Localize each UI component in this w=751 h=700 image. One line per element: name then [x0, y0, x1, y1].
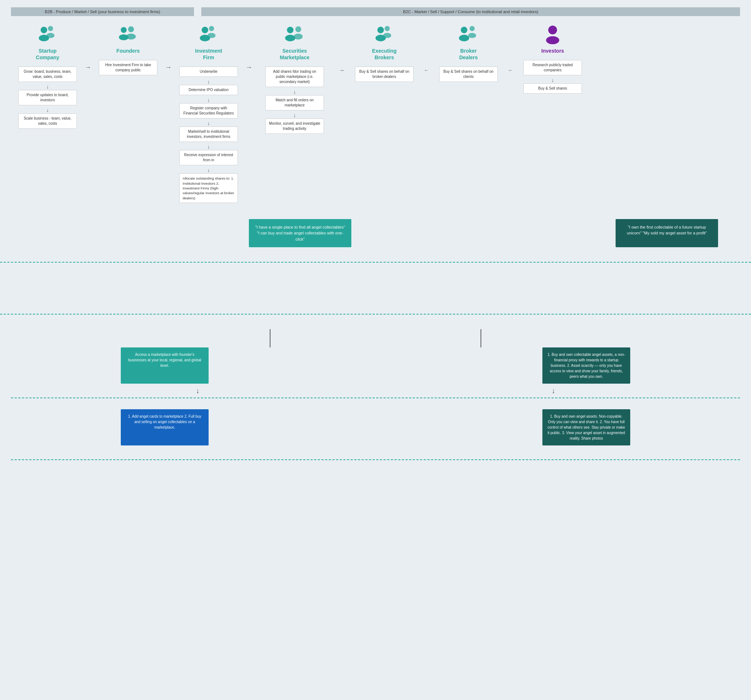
- svg-point-0: [41, 27, 47, 33]
- svg-point-21: [459, 35, 469, 41]
- executing-label: Executing Brokers: [372, 48, 397, 61]
- investors-flow-2: Buy & Sell shares: [523, 83, 582, 94]
- securities-label: Securities Marketplace: [280, 48, 310, 61]
- investors-actor: Investors: [541, 23, 564, 54]
- executing-flow-1: Buy & Sell shares on behalf on broker-de…: [355, 66, 414, 82]
- startup-icon: [37, 23, 59, 45]
- svg-point-11: [207, 33, 216, 38]
- founders-flow-1: Hire Investment Firm to take company pub…: [99, 60, 158, 76]
- investment-icon: [198, 23, 219, 45]
- svg-point-10: [209, 26, 214, 31]
- dashed-divider-4: [11, 459, 740, 460]
- investment-flow-5: Receive expression of interest from in: [179, 150, 238, 165]
- arrow-down: ↓: [207, 120, 210, 126]
- svg-point-18: [385, 26, 390, 31]
- svg-point-25: [546, 36, 559, 44]
- arrow-down: ↓: [552, 77, 554, 83]
- quote-box-left: "I have a single place to find all angel…: [249, 219, 351, 248]
- investment-flow-1: Underwrite: [179, 66, 238, 77]
- investment-flow-4: Market/sell to institutional investors, …: [179, 126, 238, 142]
- arrow-down: ↓: [207, 167, 210, 173]
- arrow-down: ↓: [46, 107, 49, 113]
- broker-column: Broker Dealers Buy & Sell shares on beha…: [432, 23, 505, 83]
- broker-label: Broker Dealers: [459, 48, 478, 61]
- arrow-down: ↓: [207, 143, 210, 150]
- investors-flow-1: Research publicly traded companies: [523, 60, 582, 76]
- dashed-divider-2: [0, 314, 751, 315]
- arrow-down: ↓: [207, 97, 210, 103]
- svg-point-6: [128, 26, 134, 32]
- founders-actor: Founders: [116, 23, 140, 54]
- svg-point-7: [126, 34, 136, 40]
- bottom-arrow-down-right: ↓: [552, 387, 555, 398]
- executing-icon: [373, 23, 395, 45]
- broker-actor: Broker Dealers: [457, 23, 479, 61]
- startup-flow-3: Scale business - team, value, sales, cos…: [18, 113, 77, 129]
- arrow-left-2: ←: [508, 67, 513, 73]
- arrow-down: ↓: [294, 112, 296, 119]
- securities-flow-2: Match and fill orders on marketplace: [265, 95, 324, 111]
- securities-icon: [284, 23, 306, 45]
- founders-icon: [117, 23, 139, 45]
- securities-actor: Securities Marketplace: [280, 23, 310, 61]
- svg-point-8: [202, 27, 208, 33]
- svg-point-12: [287, 27, 294, 33]
- svg-point-20: [461, 27, 467, 33]
- securities-flow-1: Add shares fdor trading on public market…: [265, 66, 324, 87]
- startup-flow-2: Provide updates to board, investors: [18, 90, 77, 105]
- investment-flow-2: Determine IPO valuation: [179, 85, 238, 95]
- quote-box-right: "I own the first collectable of a future…: [616, 219, 718, 248]
- svg-point-23: [468, 33, 476, 38]
- svg-point-3: [46, 33, 54, 38]
- arrow-down: ↓: [294, 88, 296, 95]
- investment-flow-3: Register company with Financial Securiti…: [179, 103, 238, 119]
- investment-flow-6: Allocate outstanding shares to: 1. Insti…: [179, 173, 238, 203]
- b2c-banner: B2C - Market / Sell / Support / Consume …: [201, 7, 740, 16]
- startup-column: Startup Company Grow: board, business, t…: [11, 23, 84, 130]
- svg-point-15: [294, 34, 303, 40]
- svg-point-16: [377, 27, 384, 33]
- svg-point-2: [48, 26, 53, 31]
- bottom-box-right-2: 1. Buy and own angel assets. Non-copyabl…: [542, 409, 630, 446]
- investors-column: Investors Research publicly traded compa…: [516, 23, 589, 95]
- founders-label: Founders: [116, 48, 140, 54]
- svg-point-14: [295, 26, 301, 32]
- arrow-right-1: →: [85, 64, 91, 71]
- dashed-divider-1: [0, 262, 751, 262]
- securities-column: Securities Marketplace Add shares fdor t…: [252, 23, 337, 135]
- securities-flow-3: Monitor, surveil, and investigate tradin…: [265, 119, 324, 134]
- arrow-down: ↓: [46, 83, 49, 90]
- svg-point-22: [470, 26, 475, 31]
- svg-point-4: [121, 27, 127, 33]
- startup-label: Startup Company: [36, 48, 59, 61]
- executing-column: Executing Brokers Buy & Sell shares on b…: [348, 23, 421, 83]
- executing-actor: Executing Brokers: [372, 23, 397, 61]
- founders-column: Founders Hire Investment Firm to take co…: [91, 23, 165, 77]
- startup-flow-1: Grow: board, business, team, value, sale…: [18, 66, 77, 82]
- investors-label: Investors: [541, 48, 564, 54]
- arrow-right-3: →: [246, 64, 252, 71]
- bottom-box-right-1: 1. Buy and own collectable angel assets,…: [542, 347, 630, 384]
- arrow-right-2: →: [165, 64, 172, 71]
- investment-label: Investment Firm: [195, 48, 222, 61]
- broker-flow-1: Buy & Sell shares on behalf on clients: [439, 66, 498, 82]
- arrow-bidir-1: ↔: [340, 67, 345, 73]
- b2b-banner: B2B - Produce / Market / Sell (your busi…: [11, 7, 194, 16]
- bottom-box-left-1: Access a marketplace with founder's busi…: [121, 347, 209, 384]
- broker-icon: [457, 23, 479, 45]
- investment-column: Investment Firm Underwrite ↓ Determine I…: [172, 23, 245, 204]
- startup-actor: Startup Company: [36, 23, 59, 61]
- bottom-box-left-2: 1. Add angel cards to marketplace 2. Ful…: [121, 409, 209, 446]
- bottom-arrow-down-left: ↓: [196, 387, 199, 398]
- svg-point-19: [383, 33, 391, 38]
- investment-actor: Investment Firm: [195, 23, 222, 61]
- svg-point-24: [548, 26, 557, 34]
- arrow-down: ↓: [207, 78, 210, 85]
- arrow-left-1: ←: [424, 67, 429, 73]
- svg-point-13: [285, 35, 295, 41]
- investors-icon: [542, 23, 564, 45]
